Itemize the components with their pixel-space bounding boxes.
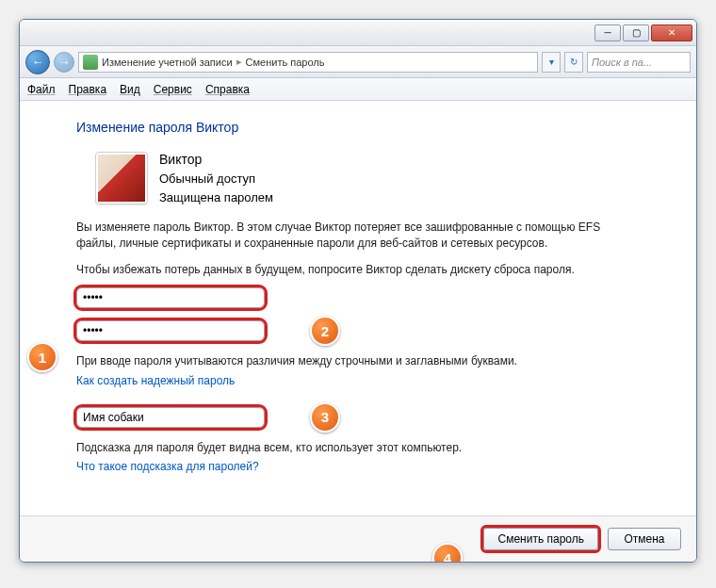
new-password-row xyxy=(76,287,674,308)
confirm-password-input[interactable] xyxy=(76,320,265,341)
change-password-button[interactable]: Сменить пароль xyxy=(483,528,598,550)
breadcrumb[interactable]: Изменение учетной записи ▸ Сменить парол… xyxy=(78,52,538,73)
what-is-hint-link[interactable]: Что такое подсказка для паролей? xyxy=(76,460,259,473)
menu-view[interactable]: Вид xyxy=(120,83,140,96)
callout-marker-1: 1 xyxy=(27,342,57,372)
breadcrumb-dropdown[interactable]: ▾ xyxy=(542,52,561,73)
menu-edit[interactable]: Правка xyxy=(69,83,107,96)
refresh-button[interactable]: ↻ xyxy=(564,52,583,73)
menu-help[interactable]: Справка xyxy=(205,83,250,96)
user-access: Обычный доступ xyxy=(159,170,273,188)
password-hint-input[interactable] xyxy=(76,407,265,428)
minimize-button[interactable]: ─ xyxy=(594,24,621,41)
titlebar: ─ ▢ ✕ xyxy=(20,20,696,46)
callout-marker-2: 2 xyxy=(310,316,340,346)
chevron-right-icon: ▸ xyxy=(236,56,242,68)
explorer-window: ─ ▢ ✕ ← → Изменение учетной записи ▸ Сме… xyxy=(19,19,697,563)
footer: 4 Сменить пароль Отмена xyxy=(20,515,696,562)
navbar: ← → Изменение учетной записи ▸ Сменить п… xyxy=(20,46,696,78)
content-area: Изменение пароля Виктор Виктор Обычный д… xyxy=(20,101,696,515)
menubar: Файл Правка Вид Сервис Справка xyxy=(20,78,696,101)
callout-marker-4: 4 xyxy=(432,543,463,563)
warning-text: Вы изменяете пароль Виктор. В этом случа… xyxy=(76,220,632,253)
new-password-input[interactable] xyxy=(76,287,265,308)
user-accounts-icon xyxy=(83,55,98,70)
forward-button[interactable]: → xyxy=(54,52,74,73)
hint-row: 3 xyxy=(76,402,674,433)
maximize-button[interactable]: ▢ xyxy=(623,24,649,41)
case-note: При вводе пароля учитываются различия ме… xyxy=(76,353,632,369)
user-block: Виктор Обычный доступ Защищена паролем xyxy=(95,150,674,206)
confirm-password-row: 2 xyxy=(76,316,674,346)
strong-password-link[interactable]: Как создать надежный пароль xyxy=(76,374,235,387)
user-info: Виктор Обычный доступ Защищена паролем xyxy=(159,150,273,206)
page-title: Изменение пароля Виктор xyxy=(76,120,674,135)
hint-note: Подсказка для пароля будет видна всем, к… xyxy=(76,440,632,456)
close-button[interactable]: ✕ xyxy=(651,24,692,41)
search-input[interactable]: Поиск в па... xyxy=(587,52,691,73)
search-placeholder: Поиск в па... xyxy=(592,57,652,68)
cancel-button[interactable]: Отмена xyxy=(608,528,681,550)
avatar-icon xyxy=(98,155,145,202)
breadcrumb-item[interactable]: Сменить пароль xyxy=(246,57,325,68)
avatar-frame xyxy=(95,152,148,204)
menu-file[interactable]: Файл xyxy=(27,83,56,96)
breadcrumb-item[interactable]: Изменение учетной записи xyxy=(102,57,233,68)
user-name: Виктор xyxy=(159,150,273,170)
user-protected: Защищена паролем xyxy=(159,188,273,207)
diskette-text: Чтобы избежать потерь данных в будущем, … xyxy=(76,262,632,278)
callout-marker-3: 3 xyxy=(310,402,340,433)
menu-tools[interactable]: Сервис xyxy=(154,83,192,96)
back-button[interactable]: ← xyxy=(25,50,50,74)
